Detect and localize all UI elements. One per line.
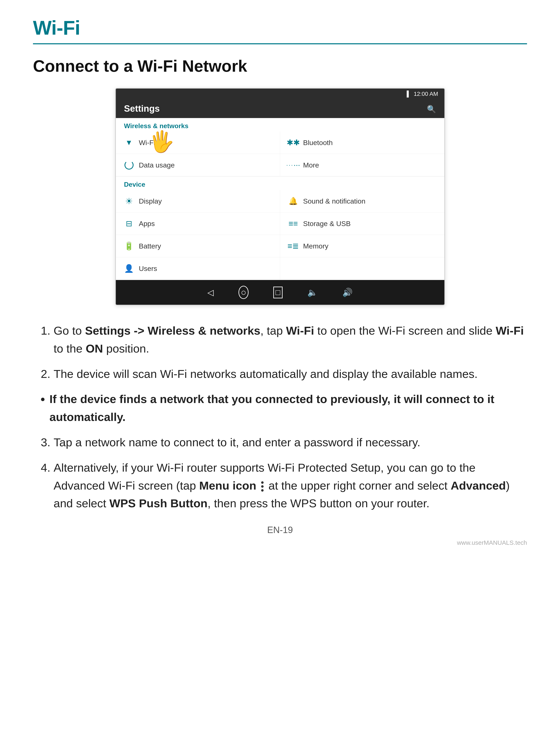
apps-icon [124, 219, 134, 229]
settings-item-sound[interactable]: Sound & notification [280, 190, 444, 213]
display-icon [124, 196, 134, 206]
wireless-section-header: Wireless & networks [116, 118, 444, 132]
instruction-3: Tap a network name to connect to it, and… [54, 433, 527, 451]
settings-item-data[interactable]: Data usage [116, 154, 280, 176]
storage-icon: ≡ [288, 219, 298, 229]
nav-bar: ◁ ○ □ 🔈 🔊 [116, 280, 444, 305]
recent-button[interactable]: □ [273, 287, 283, 298]
settings-item-display[interactable]: Display [116, 190, 280, 213]
users-icon [124, 264, 134, 274]
sound-icon [288, 196, 298, 206]
settings-item-memory[interactable]: ≣ Memory [280, 235, 444, 257]
instruction-2: The device will scan Wi-Fi networks auto… [54, 365, 527, 383]
more-icon: ··· [288, 160, 298, 170]
instruction-4: Alternatively, if your Wi-Fi router supp… [54, 459, 527, 512]
memory-label: Memory [303, 242, 329, 250]
settings-item-wifi[interactable]: Wi-Fi 🖐 [116, 132, 280, 154]
home-button[interactable]: ○ [238, 286, 249, 299]
section-subtitle: Connect to a Wi-Fi Network [33, 57, 527, 76]
bluetooth-label: Bluetooth [303, 139, 333, 147]
instructions-section: Go to Settings -> Wireless & networks, t… [33, 322, 527, 512]
storage-label: Storage & USB [303, 220, 351, 228]
settings-header: Settings [116, 99, 444, 118]
signal-icon: ▌ [407, 91, 411, 97]
device-grid: Display Sound & notification Apps ≡ Stor… [116, 190, 444, 280]
settings-item-users[interactable]: Users [116, 257, 280, 280]
battery-label: Battery [139, 242, 161, 250]
back-button[interactable]: ◁ [207, 288, 214, 297]
display-label: Display [139, 197, 162, 205]
status-time: 12:00 AM [414, 91, 438, 97]
settings-title: Settings [124, 103, 160, 114]
memory-icon: ≣ [288, 241, 298, 251]
data-icon [124, 160, 134, 170]
battery-icon [124, 241, 134, 251]
instruction-bullet: If the device finds a network that you c… [49, 390, 527, 426]
vol-down-button[interactable]: 🔈 [307, 288, 318, 297]
title-divider [33, 43, 527, 44]
wifi-label: Wi-Fi [139, 139, 155, 147]
settings-item-battery[interactable]: Battery [116, 235, 280, 257]
users-label: Users [139, 265, 157, 273]
vol-up-button[interactable]: 🔊 [342, 288, 353, 297]
menu-icon-inline [261, 481, 264, 492]
phone-mockup: ▌ 12:00 AM Settings Wireless & networks … [115, 88, 445, 305]
status-bar: ▌ 12:00 AM [116, 89, 444, 99]
settings-item-more[interactable]: ··· More [280, 154, 444, 176]
page-title: Wi-Fi [33, 16, 527, 39]
search-icon[interactable] [427, 103, 436, 114]
device-section-header: Device [116, 177, 444, 190]
bluetooth-icon: ✱ [288, 138, 298, 148]
settings-body: Wireless & networks Wi-Fi 🖐 ✱ Bluetooth … [116, 118, 444, 280]
apps-label: Apps [139, 220, 155, 228]
instruction-1: Go to Settings -> Wireless & networks, t… [54, 322, 527, 358]
footer-page-number: EN-19 [33, 525, 527, 535]
settings-item-storage[interactable]: ≡ Storage & USB [280, 213, 444, 235]
settings-item-apps[interactable]: Apps [116, 213, 280, 235]
wifi-icon [124, 138, 134, 148]
data-label: Data usage [139, 161, 175, 169]
watermark: www.userMANUALS.tech [33, 539, 527, 546]
settings-item-empty [280, 257, 444, 280]
sound-label: Sound & notification [303, 197, 365, 205]
wireless-grid: Wi-Fi 🖐 ✱ Bluetooth Data usage ··· More [116, 132, 444, 177]
settings-item-bluetooth[interactable]: ✱ Bluetooth [280, 132, 444, 154]
more-label: More [303, 161, 319, 169]
